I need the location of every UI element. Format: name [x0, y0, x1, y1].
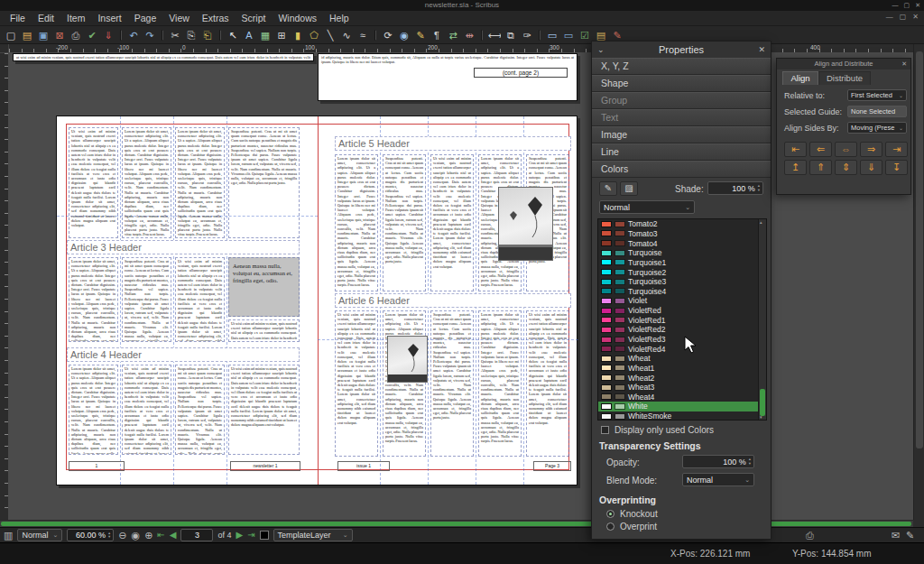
menu-item[interactable]: File [4, 11, 32, 25]
save-document-icon[interactable]: ▣ [36, 28, 51, 42]
footer-issue[interactable]: issue 1 [337, 461, 390, 471]
fill-mode-select[interactable]: Normal ⌄ [599, 200, 695, 214]
color-list-item[interactable]: Wheat2 [598, 373, 766, 383]
color-list-item[interactable]: VioletRed [598, 306, 766, 316]
undo-icon[interactable]: ↶ [126, 28, 141, 42]
print-document-icon[interactable]: ⎙ [69, 28, 83, 42]
zoom-in-icon[interactable]: ⊕ [144, 529, 152, 541]
horizontal-scrollbar[interactable] [0, 520, 913, 527]
pdf-checkbox-icon[interactable]: ☑ [578, 28, 592, 42]
vertical-ruler[interactable] [0, 53, 9, 520]
align-bottom-sides-icon[interactable]: ⇓ [860, 160, 882, 175]
menu-item[interactable]: Extras [196, 11, 236, 25]
color-list-item[interactable]: Wheat1 [598, 364, 766, 374]
close-document-icon[interactable]: ⊠ [52, 28, 67, 42]
tab-distribute[interactable]: Distribute [818, 71, 871, 85]
color-list-item[interactable]: Wheat3 [598, 383, 766, 393]
mdi-restore-icon[interactable]: ▢ [900, 13, 907, 21]
pdf-textfield-icon[interactable]: ▭ [561, 28, 576, 42]
toolbar-separator[interactable] [481, 30, 483, 41]
selected-guide-button[interactable]: None Selected [847, 106, 907, 117]
insert-shape-icon[interactable]: ▮ [291, 28, 305, 42]
text-frame[interactable]: Ut wisi enim ad minim veniam, quis nostr… [228, 365, 300, 455]
color-list-item[interactable]: Violet [598, 296, 766, 306]
text-frame[interactable]: Ut wisi enim ad minim veniam, quis nostr… [335, 310, 378, 457]
knockout-radio[interactable] [606, 510, 614, 518]
window-minimize-icon[interactable]: — [892, 0, 899, 11]
color-list-item[interactable]: White [598, 402, 766, 411]
window-close-icon[interactable]: ✕ [915, 0, 920, 11]
pdf-pushbutton-icon[interactable]: ▭ [545, 28, 559, 42]
eyedropper-icon[interactable]: ✑ [520, 28, 534, 42]
last-page-icon[interactable]: ⇥ [247, 529, 254, 541]
mail-icon[interactable]: ✉ [892, 529, 900, 541]
text-frame[interactable]: Ut wisi enim ad minim veniam, quis nostr… [122, 365, 171, 455]
text-frame[interactable]: Lorem ipsum dolor sit amet, consectetuer… [175, 127, 225, 238]
text-frame[interactable]: Ut wisi enim ad minim veniam, quis nostr… [228, 319, 300, 342]
pull-quote-frame[interactable]: Aenean massa nulla, volutpat eu, accumsa… [228, 257, 300, 317]
align-right-guide-icon[interactable]: ⇥ [885, 142, 908, 157]
tab-align[interactable]: Align [782, 71, 818, 85]
edit-fill-color-button[interactable]: ▨ [620, 181, 638, 196]
toolbar-separator[interactable] [120, 30, 122, 41]
rotate-item-icon[interactable]: ⟳ [381, 28, 395, 42]
color-list-item[interactable]: Wheat [598, 354, 766, 364]
color-list[interactable]: Tomato2 Tomato3 Tomato4 Turqu [597, 218, 767, 421]
insert-bezier-icon[interactable]: ∿ [339, 28, 354, 42]
color-list-scrollbar[interactable]: ▴ ▾ [758, 219, 766, 420]
document-page[interactable]: Ut wisi enim ad minim veniam, quis nostr… [56, 116, 578, 485]
menu-item[interactable]: Help [323, 11, 356, 25]
previous-page-icon[interactable]: ◀ [170, 529, 177, 541]
zoom-100-icon[interactable]: ◉ [132, 529, 141, 541]
paste-icon[interactable]: ⎗ [200, 28, 215, 42]
footer-page-number[interactable]: Page 3 [533, 461, 571, 471]
column-guide[interactable] [173, 116, 174, 485]
menu-item[interactable]: Windows [272, 11, 323, 25]
vertical-scrollbar-thumb[interactable] [916, 51, 923, 448]
text-frame[interactable]: Lorem ipsum dolor sit amet, consectetuer… [122, 127, 171, 238]
text-frame[interactable]: Lorem ipsum dolor sit amet, consectetuer… [478, 310, 522, 457]
text-frame[interactable]: Suspendisse potenti. Cras ut mi sit amet… [122, 257, 171, 342]
text-frame[interactable]: Lorem ipsum dolor sit amet, consectetuer… [69, 365, 118, 455]
zoom-icon[interactable]: ◉ [397, 28, 411, 42]
redo-icon[interactable]: ↷ [143, 28, 157, 42]
text-frame[interactable]: Suspendisse potenti. Cras ut mi sit amet… [383, 154, 426, 291]
cut-icon[interactable]: ✂ [168, 28, 182, 42]
spin-down-icon[interactable]: ▾ [749, 462, 751, 467]
preview-mode-select[interactable]: Normal ⌄ [17, 529, 62, 541]
copy-icon[interactable]: ⎘ [184, 28, 199, 42]
horizontal-ruler[interactable]: -200 -100 0 100 200 300 400 [9, 44, 924, 53]
display-only-used-checkbox[interactable] [601, 426, 609, 434]
window-maximize-icon[interactable]: ▢ [904, 0, 910, 11]
section-text[interactable]: Text [592, 109, 771, 126]
color-list-item[interactable]: VioletRed2 [598, 325, 766, 335]
edit-line-color-button[interactable]: ✎ [599, 181, 617, 196]
color-list-item[interactable]: Turquoise1 [598, 258, 766, 268]
footer-title[interactable]: newsletter 1 [230, 461, 300, 471]
article-4-header[interactable]: Article 4 Header [67, 347, 300, 362]
previous-page-left[interactable]: ut wisi enim ad minim veniam, quis nostr… [13, 53, 314, 61]
section-line[interactable]: Line [592, 143, 771, 161]
toolbar-separator[interactable] [219, 30, 221, 41]
spin-down-icon[interactable]: ▾ [758, 189, 760, 193]
mdi-close-icon[interactable]: ✕ [912, 13, 919, 21]
article-3-header[interactable]: Article 3 Header [67, 240, 300, 254]
next-page-icon[interactable]: ▶ [236, 529, 243, 541]
printer-icon[interactable]: ⎙ [806, 529, 814, 541]
text-frame[interactable]: Ut wisi enim ad minim veniam, quis nostr… [69, 127, 118, 238]
align-left-guide-icon[interactable]: ⇤ [784, 142, 807, 157]
blend-mode-select[interactable]: Normal ⌄ [682, 473, 754, 486]
overprint-radio[interactable] [606, 522, 614, 531]
story-editor-icon[interactable]: ¶ [430, 28, 444, 42]
text-frame[interactable]: Suspendisse potenti. Cras ut mi sit amet… [430, 310, 474, 457]
measurements-icon[interactable]: ⟷ [487, 28, 502, 42]
color-list-item[interactable]: Turquoise [598, 248, 766, 258]
align-right-sides-icon[interactable]: ⇒ [860, 142, 882, 157]
align-left-sides-icon[interactable]: ⇐ [809, 142, 832, 157]
color-list-item[interactable]: Turquoise2 [598, 267, 766, 277]
horizontal-scrollbar-thumb[interactable] [1, 522, 911, 526]
section-colors[interactable]: Colors [592, 161, 771, 178]
open-document-icon[interactable]: ▤ [20, 28, 34, 42]
article-6-header[interactable]: Article 6 Header [335, 293, 571, 308]
kite-photo-frame-small[interactable] [387, 336, 428, 383]
